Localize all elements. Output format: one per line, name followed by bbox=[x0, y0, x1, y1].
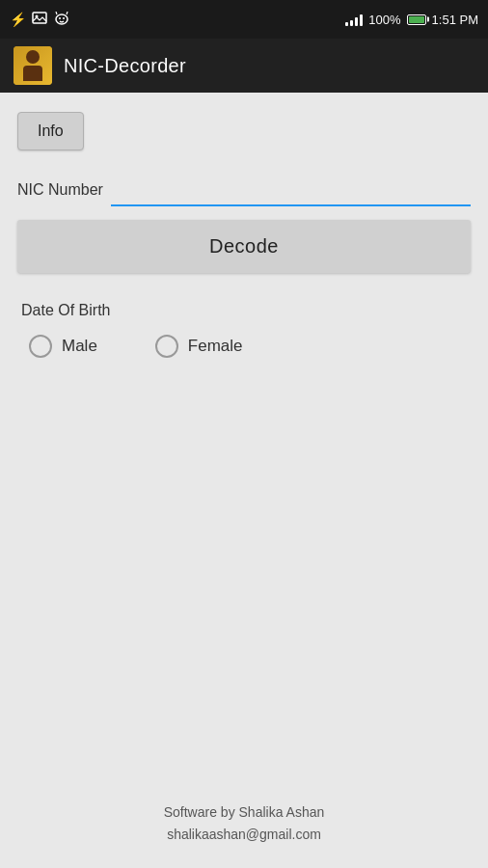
footer-line1: Software by Shalika Ashan bbox=[0, 801, 488, 823]
app-icon bbox=[14, 46, 52, 85]
app-icon-inner bbox=[14, 46, 52, 85]
app-icon-figure bbox=[21, 50, 44, 81]
main-content: Info NIC Number Decode Date Of Birth Mal… bbox=[0, 93, 488, 377]
decode-button[interactable]: Decode bbox=[17, 220, 471, 273]
male-radio-button[interactable] bbox=[29, 335, 52, 358]
app-icon-head bbox=[26, 50, 40, 64]
nic-input[interactable] bbox=[111, 176, 471, 201]
image-icon bbox=[32, 12, 47, 28]
female-radio-option[interactable]: Female bbox=[155, 335, 243, 358]
usb-icon: ⚡ bbox=[10, 12, 26, 27]
radio-row: Male Female bbox=[21, 335, 467, 358]
nic-input-wrapper bbox=[111, 176, 471, 206]
app-icon-body bbox=[23, 66, 42, 81]
status-bar: ⚡ 100% bbox=[0, 0, 488, 39]
battery-icon bbox=[407, 14, 426, 25]
male-radio-option[interactable]: Male bbox=[29, 335, 97, 358]
status-bar-right: 100% 1:51 PM bbox=[345, 13, 478, 27]
male-label: Male bbox=[62, 337, 97, 356]
signal-icon bbox=[345, 13, 363, 26]
results-section: Date Of Birth Male Female bbox=[17, 302, 471, 358]
nic-label: NIC Number bbox=[17, 181, 103, 206]
status-time: 1:51 PM bbox=[432, 13, 478, 27]
app-bar: NIC-Decorder bbox=[0, 39, 488, 93]
date-of-birth-label: Date Of Birth bbox=[21, 302, 467, 319]
status-bar-left: ⚡ bbox=[10, 12, 70, 28]
app-title: NIC-Decorder bbox=[64, 55, 186, 77]
svg-point-3 bbox=[59, 17, 61, 19]
female-radio-button[interactable] bbox=[155, 335, 178, 358]
info-button[interactable]: Info bbox=[17, 112, 84, 150]
footer: Software by Shalika Ashan shalikaashan@g… bbox=[0, 801, 488, 845]
footer-line2: shalikaashan@gmail.com bbox=[0, 824, 488, 845]
svg-point-4 bbox=[63, 17, 65, 19]
nic-row: NIC Number bbox=[17, 176, 471, 208]
svg-rect-0 bbox=[33, 13, 46, 23]
notification-icon bbox=[53, 12, 70, 28]
battery-fill bbox=[409, 16, 424, 23]
female-label: Female bbox=[188, 337, 243, 356]
battery-percent: 100% bbox=[368, 13, 400, 27]
